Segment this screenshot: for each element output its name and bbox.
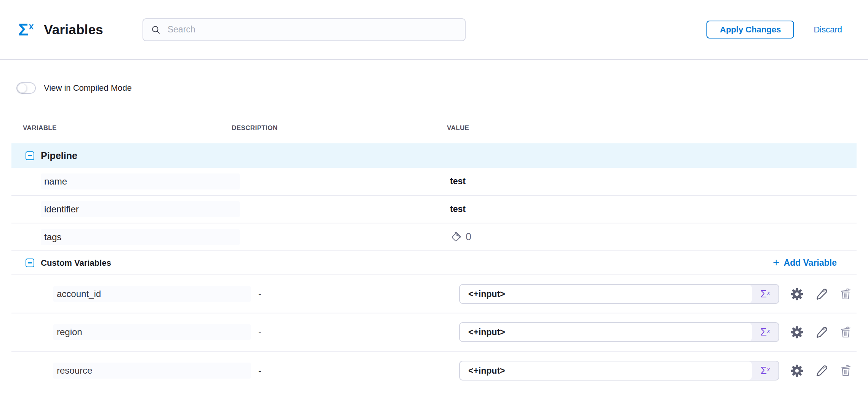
gear-icon <box>790 364 804 378</box>
expression-sigma-button[interactable]: Σx <box>752 285 778 303</box>
variable-name-field: account_id <box>53 286 251 302</box>
table-row: region - <+input> Σx <box>11 313 857 352</box>
trash-icon <box>839 288 852 300</box>
collapse-icon[interactable] <box>26 259 34 267</box>
search-box[interactable] <box>143 18 466 41</box>
gear-icon <box>790 325 804 339</box>
table-header-row: VARIABLE DESCRIPTION VALUE <box>11 94 857 143</box>
delete-button[interactable] <box>839 364 852 377</box>
expression-sigma-button[interactable]: Σx <box>752 323 778 341</box>
compiled-mode-toggle[interactable] <box>16 82 36 94</box>
variable-name-field: identifier <box>41 201 240 217</box>
pencil-icon <box>815 287 828 301</box>
section-header-custom-variables: Custom Variables + Add Variable <box>11 251 857 275</box>
tag-icon <box>450 231 462 243</box>
expression-sigma-button[interactable]: Σx <box>752 361 778 380</box>
page-title: Variables <box>44 22 103 37</box>
variable-name-field: tags <box>41 229 240 245</box>
variable-value-input[interactable]: <+input> Σx <box>459 284 779 304</box>
column-header-description: DESCRIPTION <box>232 124 447 132</box>
compiled-mode-label: View in Compiled Mode <box>44 83 132 93</box>
table-row: resource - <+input> Σx <box>11 352 857 390</box>
variable-value: test <box>447 204 466 214</box>
variable-name-field: resource <box>53 363 251 379</box>
variable-name-field: name <box>41 173 240 189</box>
tags-value: 0 <box>447 231 471 243</box>
settings-button[interactable] <box>790 364 804 378</box>
apply-changes-button[interactable]: Apply Changes <box>706 21 794 39</box>
edit-button[interactable] <box>815 364 828 377</box>
edit-button[interactable] <box>815 326 828 339</box>
variable-description: - <box>232 289 447 299</box>
variable-value: test <box>447 176 466 186</box>
delete-button[interactable] <box>839 288 852 300</box>
section-label: Custom Variables <box>41 258 111 268</box>
section-header-pipeline: Pipeline <box>11 143 857 168</box>
variable-description: - <box>232 327 447 337</box>
trash-icon <box>839 364 852 377</box>
variable-value-input[interactable]: <+input> Σx <box>459 322 779 342</box>
variable-name-field: region <box>53 324 251 340</box>
pencil-icon <box>815 364 828 377</box>
add-variable-label: Add Variable <box>784 258 837 268</box>
table-row: identifier test <box>11 196 857 223</box>
pencil-icon <box>815 326 828 339</box>
search-icon <box>151 25 161 35</box>
column-header-variable: VARIABLE <box>11 124 232 132</box>
tags-count: 0 <box>466 231 471 243</box>
discard-button[interactable]: Discard <box>811 24 844 35</box>
variable-description: - <box>232 366 447 376</box>
table-row: account_id - <+input> Σx <box>11 275 857 313</box>
settings-button[interactable] <box>790 325 804 339</box>
search-input[interactable] <box>167 24 457 35</box>
plus-icon: + <box>773 257 780 268</box>
sigma-x-icon: Σx <box>18 21 34 38</box>
gear-icon <box>790 287 804 301</box>
collapse-icon[interactable] <box>26 151 34 160</box>
page-header: Σx Variables Apply Changes Discard <box>0 0 868 60</box>
section-label: Pipeline <box>41 150 77 161</box>
delete-button[interactable] <box>839 326 852 339</box>
column-header-value: VALUE <box>447 124 857 132</box>
variable-value-input[interactable]: <+input> Σx <box>459 361 779 381</box>
table-row: tags 0 <box>11 223 857 251</box>
trash-icon <box>839 326 852 339</box>
add-variable-button[interactable]: + Add Variable <box>770 257 839 269</box>
edit-button[interactable] <box>815 287 828 301</box>
compiled-mode-row: View in Compiled Mode <box>11 82 857 94</box>
table-row: name test <box>11 168 857 196</box>
settings-button[interactable] <box>790 287 804 301</box>
variables-table: VARIABLE DESCRIPTION VALUE Pipeline name… <box>11 94 857 390</box>
